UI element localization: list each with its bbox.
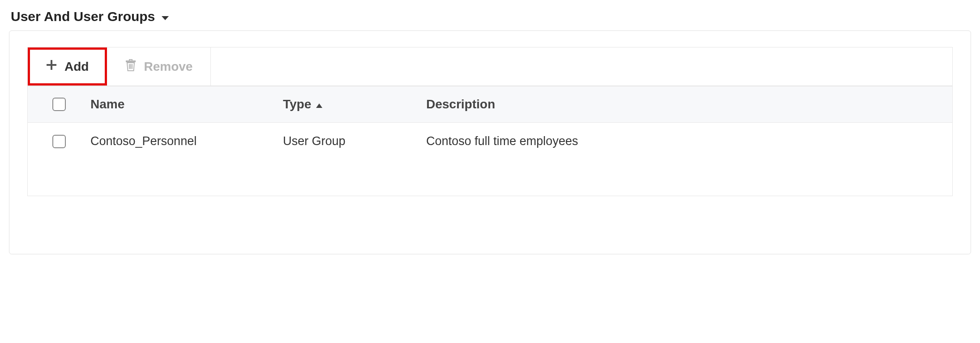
table-empty-space [28, 160, 952, 196]
column-header-type[interactable]: Type [283, 97, 426, 111]
add-button[interactable]: Add [28, 47, 107, 86]
sort-ascending-icon [316, 97, 323, 111]
table: Name Type Description Contoso_Personnel … [27, 86, 953, 196]
row-checkbox[interactable] [52, 135, 66, 148]
remove-button[interactable]: Remove [107, 47, 211, 86]
remove-button-label: Remove [144, 60, 193, 74]
column-header-name[interactable]: Name [90, 97, 283, 111]
section-title: User And User Groups [11, 9, 155, 24]
caret-down-icon [161, 9, 169, 24]
select-all-checkbox[interactable] [52, 98, 66, 111]
toolbar-spacer [211, 47, 952, 86]
toolbar: Add Remove [27, 47, 953, 86]
table-header-row: Name Type Description [28, 86, 952, 123]
table-row[interactable]: Contoso_Personnel User Group Contoso ful… [28, 123, 952, 160]
add-button-label: Add [64, 60, 89, 74]
column-header-description[interactable]: Description [426, 97, 952, 111]
cell-name: Contoso_Personnel [90, 134, 283, 148]
plus-icon [46, 59, 57, 74]
section-header[interactable]: User And User Groups [9, 9, 971, 24]
panel: Add Remove Name Type Descrip [9, 30, 971, 254]
cell-description: Contoso full time employees [426, 134, 952, 148]
cell-type: User Group [283, 134, 426, 148]
trash-icon [125, 58, 137, 75]
